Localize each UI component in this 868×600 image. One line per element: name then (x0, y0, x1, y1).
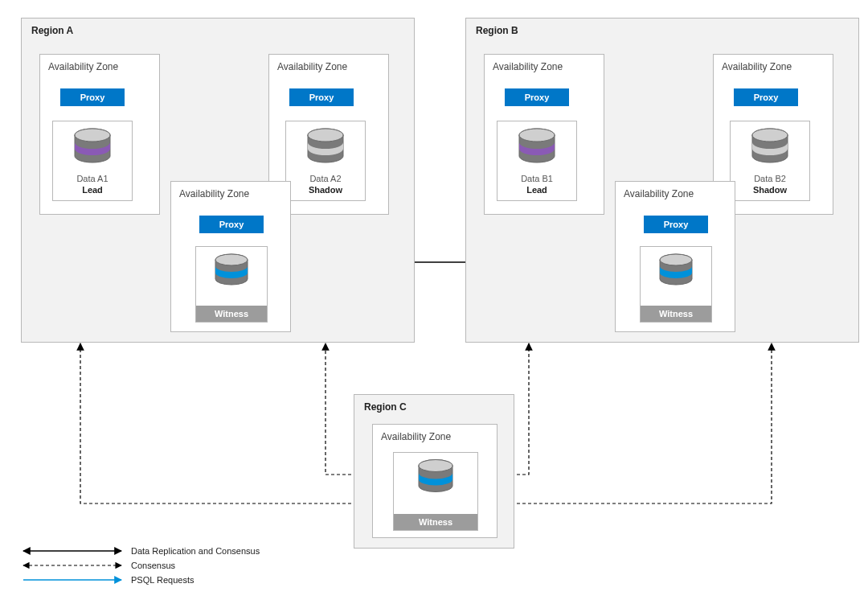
proxy-b1: Proxy (505, 88, 569, 106)
edge-witness-c-b2 (477, 343, 772, 503)
node-a2-name: Data A2 (309, 174, 341, 183)
region-b-title: Region B (476, 25, 518, 36)
az-c1: Availability Zone Witness (372, 424, 497, 538)
legend: Data Replication and Consensus Consensus… (20, 544, 260, 587)
az-b1-title: Availability Zone (493, 61, 563, 72)
region-c: Region C Availability Zone Witness (354, 394, 514, 549)
svg-point-5 (215, 254, 248, 265)
legend-psql-label: PSQL Requests (131, 575, 194, 585)
node-b2-name: Data B2 (754, 174, 786, 183)
legend-replication: Data Replication and Consensus (20, 544, 260, 558)
node-b1-role: Lead (526, 185, 547, 195)
node-a1-role: Lead (82, 185, 103, 195)
legend-consensus: Consensus (20, 558, 260, 573)
node-a2: Data A2 Shadow (285, 121, 366, 201)
witness-c: Witness (393, 452, 478, 531)
legend-psql: PSQL Requests (20, 573, 260, 587)
az-a1: Availability Zone Proxy Data A1 Lead (39, 54, 160, 215)
svg-point-9 (752, 129, 788, 142)
node-a1-name: Data A1 (76, 174, 108, 183)
az-c1-title: Availability Zone (381, 431, 451, 442)
proxy-a3: Proxy (199, 216, 264, 233)
region-a: Region A Availability Zone Proxy Data A1… (21, 18, 415, 343)
node-b1-name: Data B1 (521, 174, 553, 183)
node-b1-labels: Data B1 Lead (497, 173, 576, 195)
az-a2-title: Availability Zone (277, 61, 347, 72)
node-a2-labels: Data A2 Shadow (286, 173, 365, 195)
node-b1: Data B1 Lead (497, 121, 577, 201)
region-a-title: Region A (31, 25, 73, 36)
witness-a: Witness (195, 246, 268, 323)
region-c-title: Region C (364, 401, 407, 413)
proxy-a1: Proxy (60, 88, 125, 106)
database-icon (212, 253, 251, 292)
node-a2-role: Shadow (309, 185, 342, 195)
proxy-a2: Proxy (289, 88, 354, 106)
az-a1-title: Availability Zone (48, 61, 118, 72)
database-icon (72, 128, 113, 170)
witness-a-label: Witness (196, 306, 267, 322)
node-a1: Data A1 Lead (52, 121, 133, 201)
az-b1: Availability Zone Proxy Data B1 Lead (484, 54, 604, 215)
database-icon (305, 128, 346, 170)
az-b3-title: Availability Zone (624, 188, 694, 199)
az-a3: Availability Zone Proxy Witness (170, 181, 291, 332)
database-icon (416, 459, 456, 499)
witness-b: Witness (640, 246, 712, 323)
node-b2-role: Shadow (753, 185, 787, 195)
database-icon (749, 128, 791, 170)
witness-b-label: Witness (641, 306, 711, 322)
svg-point-11 (660, 254, 692, 265)
az-b3: Availability Zone Proxy Witness (615, 181, 735, 332)
svg-point-3 (308, 129, 343, 142)
witness-c-label: Witness (394, 514, 477, 530)
proxy-b3: Proxy (644, 216, 708, 233)
node-b2: Data B2 Shadow (730, 121, 810, 201)
svg-point-7 (519, 129, 555, 142)
legend-consensus-label: Consensus (131, 561, 175, 570)
database-icon (657, 253, 695, 292)
az-a3-title: Availability Zone (179, 188, 249, 199)
edge-witness-c-a1 (80, 343, 391, 503)
proxy-b2: Proxy (734, 88, 798, 106)
az-b2-title: Availability Zone (722, 61, 792, 72)
node-b2-labels: Data B2 Shadow (731, 173, 809, 195)
svg-point-1 (75, 129, 110, 142)
svg-point-13 (419, 460, 452, 472)
database-icon (516, 128, 558, 170)
legend-replication-label: Data Replication and Consensus (131, 546, 260, 556)
region-b: Region B Availability Zone Proxy Data B1… (465, 18, 859, 343)
node-a1-labels: Data A1 Lead (53, 173, 132, 195)
